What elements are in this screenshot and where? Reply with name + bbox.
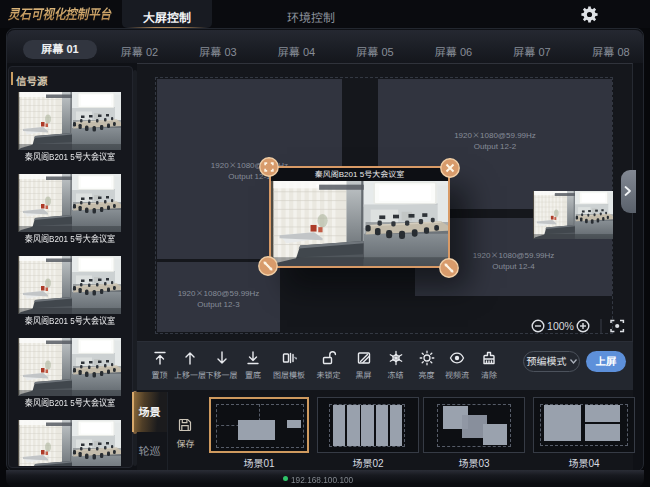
svg-text:100%: 100% <box>547 320 574 332</box>
